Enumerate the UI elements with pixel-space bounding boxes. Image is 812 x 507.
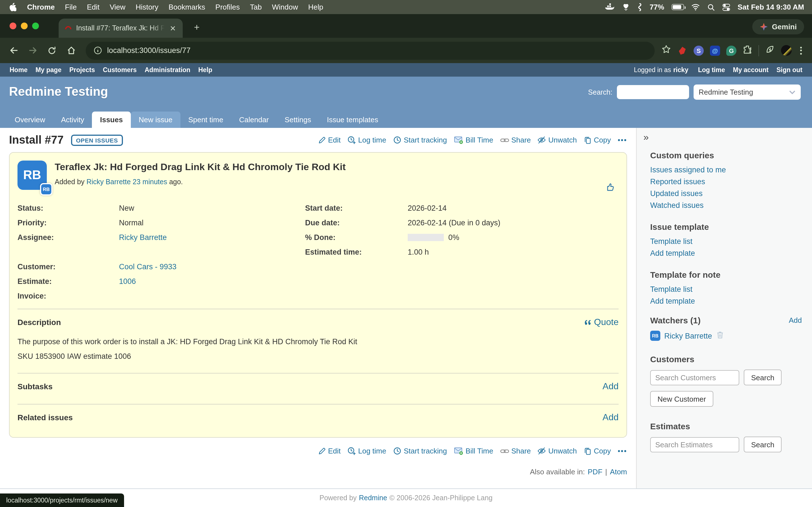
atom-link[interactable]: Atom [610,468,627,476]
menubar-item-help[interactable]: Help [303,3,328,11]
forward-button[interactable] [25,43,41,58]
tab-activity[interactable]: Activity [53,112,92,128]
estimate-link[interactable]: 1006 [119,277,136,286]
apple-icon[interactable] [8,3,22,11]
add-watcher-link[interactable]: Add [789,316,802,325]
close-window-button[interactable] [10,22,16,29]
menubar-clock[interactable]: Sat Feb 14 9:30 AM [738,3,804,11]
thumbs-up-icon[interactable] [605,182,615,194]
topmenu-help[interactable]: Help [194,66,216,73]
menubar-item-window[interactable]: Window [267,3,303,11]
extension-at-icon[interactable]: @ [710,45,720,55]
chrome-menu-icon[interactable] [798,47,804,54]
open-issues-badge[interactable]: OPEN ISSUES [71,134,123,146]
copy-link[interactable]: Copy [583,136,611,144]
minimize-window-button[interactable] [21,22,28,29]
topmenu-projects[interactable]: Projects [65,66,99,73]
copy-link-bottom[interactable]: Copy [583,447,611,455]
quote-link[interactable]: Quote [585,317,619,327]
control-center-icon[interactable] [722,3,730,11]
logged-in-username[interactable]: ricky [673,66,694,73]
topmenu-home[interactable]: Home [6,66,32,73]
bookmark-star-icon[interactable] [661,45,671,56]
heart-hand-icon[interactable] [622,3,630,11]
edit-link-bottom[interactable]: Edit [318,447,341,455]
project-selector[interactable]: Redmine Testing [694,84,801,100]
tab-close-icon[interactable]: ✕ [168,23,177,33]
sidebar-updated-issues[interactable]: Updated issues [650,189,802,198]
tab-issue-templates[interactable]: Issue templates [319,112,386,128]
edit-link[interactable]: Edit [318,136,341,144]
gemini-button[interactable]: Gemini [752,19,804,34]
search-estimates-input[interactable] [650,437,739,452]
created-time-link[interactable]: 23 minutes [133,178,167,186]
battery-percent[interactable]: 77% [650,3,664,11]
menubar-item-history[interactable]: History [131,3,163,11]
battery-icon[interactable] [672,4,684,10]
extensions-puzzle-icon[interactable] [743,45,752,56]
reload-button[interactable] [44,43,60,58]
global-search-input[interactable] [617,85,689,99]
url-bar[interactable]: localhost:3000/issues/77 [86,41,655,59]
assignee-link[interactable]: Ricky Barrette [119,233,167,242]
redmine-link[interactable]: Redmine [359,494,387,502]
tab-spent-time[interactable]: Spent time [181,112,231,128]
tab-settings[interactable]: Settings [276,112,319,128]
menubar-item-view[interactable]: View [105,3,131,11]
tab-issues[interactable]: Issues [92,112,131,128]
profile-avatar[interactable] [781,45,792,56]
home-button[interactable] [63,43,79,58]
search-estimates-button[interactable]: Search [744,437,781,452]
menubar-item-edit[interactable]: Edit [82,3,105,11]
seahorse-icon[interactable] [637,3,642,11]
grammarly-icon[interactable]: G [726,45,737,55]
start-tracking-link[interactable]: Start tracking [393,136,447,144]
site-info-icon[interactable] [94,46,102,55]
maximize-window-button[interactable] [32,22,39,29]
unwatch-link[interactable]: Unwatch [538,136,577,144]
extension-s-icon[interactable]: S [694,45,704,55]
account-my-account[interactable]: My account [729,66,772,73]
account-sign-out[interactable]: Sign out [772,66,806,73]
extension-red-icon[interactable] [677,45,688,55]
sidebar-add-template[interactable]: Add template [650,249,802,258]
pdf-link[interactable]: PDF [588,468,603,476]
add-related-issue-link[interactable]: Add [603,413,619,423]
share-link[interactable]: Share [500,136,530,144]
log-time-link[interactable]: Log time [347,136,386,144]
bill-time-link[interactable]: Bill Time [454,136,493,144]
author-link[interactable]: Ricky Barrette [87,178,131,186]
add-subtask-link[interactable]: Add [603,382,619,392]
start-tracking-link-bottom[interactable]: Start tracking [393,447,447,455]
customer-link[interactable]: Cool Cars - 9933 [119,263,176,271]
menubar-item-tab[interactable]: Tab [245,3,267,11]
sidebar-note-template-list[interactable]: Template list [650,285,802,293]
sidebar-reported-issues[interactable]: Reported issues [650,177,802,186]
log-time-link-bottom[interactable]: Log time [347,447,386,455]
wifi-icon[interactable] [691,3,700,11]
menubar-item-profiles[interactable]: Profiles [210,3,245,11]
new-customer-button[interactable]: New Customer [650,391,713,407]
search-customers-button[interactable]: Search [744,370,781,385]
battery-saver-leaf-icon[interactable] [765,45,775,56]
account-log-time[interactable]: Log time [694,66,729,73]
bill-time-link-bottom[interactable]: Bill Time [454,447,493,455]
new-tab-button[interactable]: + [191,21,203,33]
more-actions-link[interactable]: ••• [618,136,627,144]
share-link-bottom[interactable]: Share [500,447,530,455]
search-customers-input[interactable] [650,370,739,385]
tab-new-issue[interactable]: New issue [131,112,181,128]
menubar-item-chrome[interactable]: Chrome [22,3,60,11]
tab-overview[interactable]: Overview [7,112,53,128]
topmenu-customers[interactable]: Customers [99,66,141,73]
sidebar-template-list[interactable]: Template list [650,237,802,245]
topmenu-administration[interactable]: Administration [141,66,194,73]
back-button[interactable] [6,43,21,58]
delete-watcher-icon[interactable] [716,331,724,341]
more-actions-link-bottom[interactable]: ••• [618,447,627,455]
whale-icon[interactable] [605,3,615,11]
menubar-item-file[interactable]: File [60,3,82,11]
menubar-item-bookmarks[interactable]: Bookmarks [163,3,210,11]
sidebar-issues-assigned[interactable]: Issues assigned to me [650,166,802,174]
unwatch-link-bottom[interactable]: Unwatch [538,447,577,455]
